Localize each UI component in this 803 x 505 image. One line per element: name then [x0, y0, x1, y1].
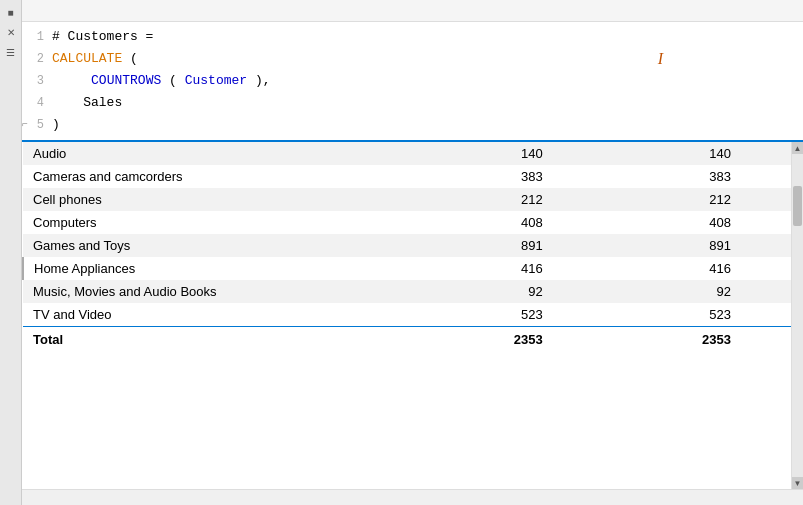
confirm-button[interactable]	[48, 2, 66, 20]
code-line-3: 3 COUNTROWS ( Customer ),	[22, 70, 803, 92]
value1-cell: 891	[414, 234, 602, 257]
code-content-2: CALCULATE (	[52, 48, 138, 70]
table-row: Audio140140	[23, 142, 791, 165]
keyword-customer: Customer	[185, 73, 247, 88]
value2-cell: 212	[603, 188, 791, 211]
main-panel: I 1 # Customers = 2 CALCULATE ( 3 COUNTR…	[22, 0, 803, 505]
code-content-5: )	[52, 114, 60, 136]
value2-cell: 408	[603, 211, 791, 234]
value2-cell: 416	[603, 257, 791, 280]
sidebar: ■ ✕ ☰	[0, 0, 22, 505]
category-cell: Music, Movies and Audio Books	[23, 280, 414, 303]
table-row: Music, Movies and Audio Books9292	[23, 280, 791, 303]
line-number-4: 4	[26, 92, 44, 114]
line-number-2: 2	[26, 48, 44, 70]
value2-cell: 140	[603, 142, 791, 165]
category-cell: Home Appliances	[23, 257, 414, 280]
value1-cell: 212	[414, 188, 602, 211]
code-line-4: 4 Sales	[22, 92, 803, 114]
table-row: TV and Video523523	[23, 303, 791, 327]
code-line-5: ⌐5 )	[22, 114, 803, 136]
scrollbar-track[interactable]	[792, 154, 803, 477]
table-row: Home Appliances416416	[23, 257, 791, 280]
table-row: Cameras and camcorders383383	[23, 165, 791, 188]
scroll-up-button[interactable]: ▲	[792, 142, 803, 154]
data-table: Audio140140Cameras and camcorders383383C…	[22, 142, 791, 351]
line-number-5: ⌐5	[26, 114, 44, 136]
data-table-container[interactable]: Audio140140Cameras and camcorders383383C…	[22, 142, 791, 489]
total-label: Total	[23, 327, 414, 352]
value2-cell: 92	[603, 280, 791, 303]
code-content-3: COUNTROWS ( Customer ),	[52, 70, 271, 92]
close-icon: ✕	[3, 24, 19, 40]
line-number-3: 3	[26, 70, 44, 92]
category-cell: Games and Toys	[23, 234, 414, 257]
total-row: Total23532353	[23, 327, 791, 352]
formula-bar-controls	[22, 0, 803, 22]
menu-icon: ☰	[3, 44, 19, 60]
value2-cell: 891	[603, 234, 791, 257]
category-cell: Audio	[23, 142, 414, 165]
text-cursor: I	[658, 48, 663, 70]
code-line-2: 2 CALCULATE (	[22, 48, 803, 70]
scroll-down-button[interactable]: ▼	[792, 477, 803, 489]
value1-cell: 523	[414, 303, 602, 327]
category-cell: Computers	[23, 211, 414, 234]
value1-cell: 408	[414, 211, 602, 234]
table-row: Computers408408	[23, 211, 791, 234]
value2-cell: 383	[603, 165, 791, 188]
line-number-1: 1	[26, 26, 44, 48]
vertical-scrollbar[interactable]: ▲ ▼	[791, 142, 803, 489]
keyword-countrows: COUNTROWS	[91, 73, 161, 88]
value1-cell: 383	[414, 165, 602, 188]
keyword-calculate: CALCULATE	[52, 51, 122, 66]
category-cell: Cell phones	[23, 188, 414, 211]
horizontal-scrollbar[interactable]	[22, 489, 803, 505]
code-line-1: 1 # Customers =	[22, 26, 803, 48]
scrollbar-thumb[interactable]	[793, 186, 802, 226]
category-cell: TV and Video	[23, 303, 414, 327]
table-row: Cell phones212212	[23, 188, 791, 211]
code-content-4: Sales	[52, 92, 122, 114]
category-cell: Cameras and camcorders	[23, 165, 414, 188]
value1-cell: 92	[414, 280, 602, 303]
table-row: Games and Toys891891	[23, 234, 791, 257]
cancel-button[interactable]	[26, 2, 44, 20]
code-paren-open: (	[130, 51, 138, 66]
value1-cell: 140	[414, 142, 602, 165]
value2-cell: 523	[603, 303, 791, 327]
total-value1: 2353	[414, 327, 602, 352]
grid-icon: ■	[3, 4, 19, 20]
total-value2: 2353	[603, 327, 791, 352]
code-content-1: # Customers =	[52, 26, 153, 48]
value1-cell: 416	[414, 257, 602, 280]
dax-editor[interactable]: I 1 # Customers = 2 CALCULATE ( 3 COUNTR…	[22, 22, 803, 142]
